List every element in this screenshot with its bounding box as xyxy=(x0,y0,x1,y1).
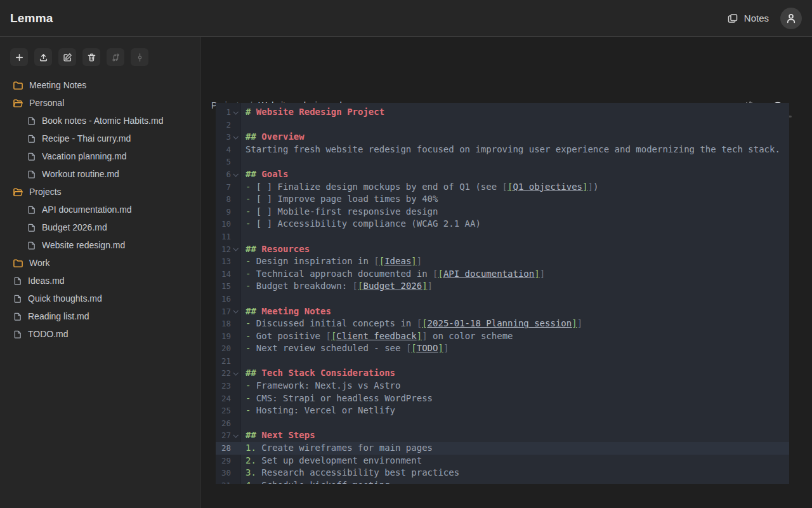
file-item-api-documentation-md[interactable]: API documentation.md xyxy=(0,201,200,218)
fold-chevron-icon[interactable] xyxy=(233,308,238,313)
editor-line-26[interactable]: 26 xyxy=(216,417,789,430)
editor-line-22[interactable]: 22## Tech Stack Considerations xyxy=(216,367,789,380)
tree-item-label: Quick thoughts.md xyxy=(28,293,102,304)
editor-line-12[interactable]: 12## Resources xyxy=(216,243,789,256)
new-note-button[interactable] xyxy=(10,48,28,66)
file-icon xyxy=(27,116,36,126)
editor-line-8[interactable]: 8- [ ] Improve page load times by 40% xyxy=(216,193,789,206)
editor-line-6[interactable]: 6## Goals xyxy=(216,168,789,181)
editor-line-2[interactable]: 2 xyxy=(216,119,789,131)
editor-line-30[interactable]: 303. Research accessibility best practic… xyxy=(216,467,789,479)
wiki-link[interactable]: API documentation xyxy=(443,269,534,279)
file-item-book-notes-atomic-habits-md[interactable]: Book notes - Atomic Habits.md xyxy=(0,112,200,130)
sidebar-toolbar xyxy=(0,37,200,66)
line-gutter: 17 xyxy=(216,305,241,318)
fold-chevron-icon[interactable] xyxy=(233,109,238,114)
fold-chevron-icon[interactable] xyxy=(233,370,238,375)
editor-line-15[interactable]: 15- Budget breakdown: [[Budget 2026]] xyxy=(216,280,789,293)
editor-line-16[interactable]: 16 xyxy=(216,293,789,305)
fold-chevron-icon[interactable] xyxy=(233,432,238,438)
fold-chevron-icon[interactable] xyxy=(233,134,238,139)
wiki-link[interactable]: TODO xyxy=(417,343,438,353)
fold-chevron-icon[interactable] xyxy=(233,246,238,251)
file-item-recipe-thai-curry-md[interactable]: Recipe - Thai curry.md xyxy=(0,130,200,147)
code-content: - Next review scheduled - see [[TODO]] xyxy=(241,342,449,355)
line-number: 25 xyxy=(216,404,231,417)
editor-line-14[interactable]: 14- Technical approach documented in [[A… xyxy=(216,268,789,281)
file-item-website-redesign-md[interactable]: Website redesign.md xyxy=(0,236,200,254)
line-number: 13 xyxy=(216,255,231,268)
editor-line-28[interactable]: 281. Create wireframes for main pages xyxy=(216,442,789,455)
line-gutter: 6 xyxy=(216,168,241,181)
edit-button[interactable] xyxy=(58,48,76,66)
editor-line-19[interactable]: 19- Got positive [[Client feedback]] on … xyxy=(216,330,789,343)
folder-item-work[interactable]: Work xyxy=(0,254,200,272)
line-gutter: 26 xyxy=(216,417,241,430)
editor-line-4[interactable]: 4Starting fresh website redesign focused… xyxy=(216,144,789,156)
code-content: ## Resources xyxy=(241,243,310,256)
markdown-editor[interactable]: 1# Website Redesign Project23## Overview… xyxy=(216,103,789,484)
line-gutter: 7 xyxy=(216,181,241,194)
code-content: 2. Set up development environment xyxy=(241,455,422,467)
line-number: 8 xyxy=(216,193,231,206)
editor-line-18[interactable]: 18- Discussed initial concepts in [[2025… xyxy=(216,318,789,330)
line-number: 22 xyxy=(216,367,231,380)
file-item-vacation-planning-md[interactable]: Vacation planning.md xyxy=(0,147,200,165)
line-gutter: 20 xyxy=(216,342,241,355)
tree-item-label: Personal xyxy=(29,98,64,108)
wiki-link[interactable]: Client feedback xyxy=(336,331,416,341)
line-number: 11 xyxy=(216,231,231,243)
editor-line-10[interactable]: 10- [ ] Accessibility compliance (WCAG 2… xyxy=(216,218,789,231)
fold-chevron-icon[interactable] xyxy=(233,171,238,177)
editor-line-21[interactable]: 21 xyxy=(216,355,789,368)
code-content: - Technical approach documented in [[API… xyxy=(241,268,545,281)
file-item-todo-md[interactable]: TODO.md xyxy=(0,325,200,343)
editor-line-11[interactable]: 11 xyxy=(216,231,789,243)
line-number: 10 xyxy=(216,218,231,231)
tree-item-label: Workout routine.md xyxy=(42,169,119,179)
line-number: 20 xyxy=(216,342,231,355)
file-item-ideas-md[interactable]: Ideas.md xyxy=(0,272,200,290)
editor-line-9[interactable]: 9- [ ] Mobile-first responsive design xyxy=(216,206,789,218)
editor-line-3[interactable]: 3## Overview xyxy=(216,131,789,144)
line-gutter: 1 xyxy=(216,106,241,119)
editor-line-31[interactable]: 314. Schedule kickoff meeting xyxy=(216,479,789,484)
editor-line-13[interactable]: 13- Design inspiration in [[Ideas]] xyxy=(216,255,789,268)
editor-line-29[interactable]: 292. Set up development environment xyxy=(216,455,789,467)
line-gutter: 23 xyxy=(216,380,241,392)
wiki-link[interactable]: Budget 2026 xyxy=(363,281,422,291)
folder-item-meeting-notes[interactable]: Meeting Notes xyxy=(0,76,200,94)
editor-line-24[interactable]: 24- CMS: Strapi or headless WordPress xyxy=(216,392,789,405)
file-item-quick-thoughts-md[interactable]: Quick thoughts.md xyxy=(0,290,200,307)
wiki-link[interactable]: 2025-01-18 Planning session xyxy=(428,318,572,328)
editor-line-20[interactable]: 20- Next review scheduled - see [[TODO]] xyxy=(216,342,789,355)
file-item-reading-list-md[interactable]: Reading list.md xyxy=(0,307,200,325)
tree-item-label: Book notes - Atomic Habits.md xyxy=(42,116,163,126)
upload-button[interactable] xyxy=(34,48,52,66)
notes-button[interactable]: Notes xyxy=(727,13,769,24)
code-content: 4. Schedule kickoff meeting xyxy=(241,479,390,484)
line-number: 16 xyxy=(216,293,231,305)
wiki-link[interactable]: Ideas xyxy=(384,256,411,266)
wiki-link[interactable]: Q1 objectives xyxy=(513,182,582,192)
editor-line-25[interactable]: 25- Hosting: Vercel or Netlify xyxy=(216,404,789,417)
delete-button[interactable] xyxy=(82,48,100,66)
tree-item-label: Meeting Notes xyxy=(29,80,86,90)
folder-item-projects[interactable]: Projects xyxy=(0,183,200,201)
upload-icon xyxy=(39,53,48,62)
line-gutter: 31 xyxy=(216,479,241,484)
editor-line-5[interactable]: 5 xyxy=(216,156,789,168)
file-item-budget-2026-md[interactable]: Budget 2026.md xyxy=(0,218,200,236)
folder-item-personal[interactable]: Personal xyxy=(0,94,200,112)
editor-line-23[interactable]: 23- Framework: Next.js vs Astro xyxy=(216,380,789,392)
editor-line-1[interactable]: 1# Website Redesign Project xyxy=(216,106,789,119)
editor-line-27[interactable]: 27## Next Steps xyxy=(216,429,789,442)
avatar[interactable] xyxy=(780,8,802,29)
editor-line-7[interactable]: 7- [ ] Finalize design mockups by end of… xyxy=(216,181,789,194)
file-item-workout-routine-md[interactable]: Workout routine.md xyxy=(0,165,200,183)
editor-line-17[interactable]: 17## Meeting Notes xyxy=(216,305,789,318)
folder-closed-icon xyxy=(13,80,23,91)
line-number: 24 xyxy=(216,392,231,405)
code-content: - Hosting: Vercel or Netlify xyxy=(241,404,395,417)
sidebar: Meeting NotesPersonalBook notes - Atomic… xyxy=(0,37,200,508)
